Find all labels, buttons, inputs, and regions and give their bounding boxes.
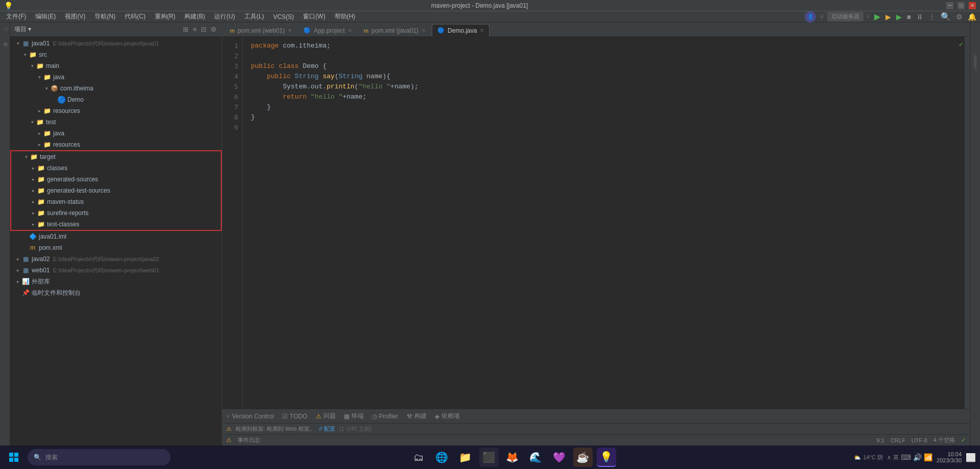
taskbar-app-firefox[interactable]: 🦊 bbox=[503, 448, 522, 467]
expand-arrow-maven-status[interactable]: ▸ bbox=[30, 198, 37, 205]
tree-item-com-itheima[interactable]: ▾ 📦 com.itheima bbox=[10, 83, 222, 94]
taskbar-app-java[interactable]: ☕ bbox=[573, 448, 593, 467]
panel-icon-collapse[interactable]: ⊟ bbox=[200, 25, 207, 34]
bottom-todo[interactable]: ☑ TODO bbox=[282, 413, 307, 420]
tree-item-java02[interactable]: ▸ ▦ java02 E:\IdeaProjects\代码\maven-proj… bbox=[10, 253, 222, 265]
tray-up-arrow[interactable]: ∧ bbox=[887, 454, 891, 461]
run-button[interactable]: ▶ bbox=[873, 10, 882, 23]
expand-arrow-web01[interactable]: ▸ bbox=[14, 267, 21, 274]
panel-icon-settings[interactable]: ⚙ bbox=[209, 25, 218, 34]
bottom-profiler[interactable]: ◷ Profiler bbox=[372, 413, 399, 420]
tree-item-java01-iml[interactable]: ▸ 🔷 java01.iml bbox=[10, 231, 222, 242]
menu-view[interactable]: 视图(V) bbox=[61, 11, 89, 22]
maximize-button[interactable]: □ bbox=[958, 2, 965, 9]
expand-arrow-resources-main[interactable]: ▸ bbox=[36, 107, 43, 114]
tray-lang[interactable]: 英 bbox=[893, 454, 899, 461]
stop-icon[interactable]: ■ bbox=[905, 11, 913, 22]
indent-spaces[interactable]: 4 个空格 bbox=[934, 436, 955, 444]
expand-arrow-classes[interactable]: ▸ bbox=[30, 165, 37, 172]
run-debug-icon[interactable]: ▶ bbox=[884, 11, 893, 22]
menu-tools[interactable]: 工具(L) bbox=[240, 11, 268, 22]
pause-icon[interactable]: ⏸ bbox=[915, 11, 925, 22]
expand-arrow-surefire-reports[interactable]: ▸ bbox=[30, 209, 37, 217]
tree-item-classes[interactable]: ▸ 📁 classes bbox=[11, 162, 221, 174]
event-log-icon[interactable]: ⚠ bbox=[226, 437, 231, 443]
notifications-icon[interactable]: 🔔 bbox=[966, 11, 978, 22]
tab-demo-java[interactable]: 🔵 Demo.java ✕ bbox=[432, 24, 489, 36]
tab-close-demo[interactable]: ✕ bbox=[480, 28, 484, 33]
search-everywhere-icon[interactable]: 🔍 bbox=[939, 10, 952, 23]
taskbar-app-terminal[interactable]: ⬛ bbox=[479, 448, 499, 467]
menu-refactor[interactable]: 重构(R) bbox=[151, 11, 180, 22]
close-button[interactable]: ✕ bbox=[969, 2, 976, 9]
notif-configure-link[interactable]: // 配置 bbox=[319, 425, 335, 433]
event-log-label[interactable]: 事件日志 bbox=[238, 436, 260, 444]
taskbar-app-explorer[interactable]: 📁 bbox=[456, 448, 475, 467]
expand-arrow-generated-test-sources[interactable]: ▸ bbox=[30, 187, 37, 194]
expand-arrow-com-itheima[interactable]: ▾ bbox=[43, 85, 50, 92]
menu-navigate[interactable]: 导航(N) bbox=[90, 11, 120, 22]
expand-arrow-test[interactable]: ▾ bbox=[29, 119, 36, 126]
tab-app-project[interactable]: 🔵 App.project ✕ bbox=[298, 24, 358, 36]
menu-vcs[interactable]: VCS(S) bbox=[269, 12, 298, 21]
tab-pom-web01[interactable]: m pom.xml (web01) ✕ bbox=[224, 24, 297, 36]
tray-volume[interactable]: 🔊 bbox=[913, 453, 922, 461]
taskbar-app-browser1[interactable]: 🌐 bbox=[432, 448, 452, 467]
tree-item-web01[interactable]: ▸ ▦ web01 E:\IdeaProjects\代码\maven-proje… bbox=[10, 265, 222, 276]
menu-run[interactable]: 运行(U) bbox=[210, 11, 239, 22]
menu-help[interactable]: 帮助(H) bbox=[331, 11, 360, 22]
expand-arrow-external-libs[interactable]: ▸ bbox=[14, 278, 21, 285]
expand-arrow-target[interactable]: ▾ bbox=[22, 153, 30, 160]
taskbar-app-vscode[interactable]: 💜 bbox=[550, 448, 569, 467]
bottom-terminal[interactable]: ▦ 终端 bbox=[344, 412, 364, 420]
expand-arrow-java02[interactable]: ▸ bbox=[14, 255, 21, 263]
left-strip-icon-1[interactable]: ◁ bbox=[1, 25, 9, 33]
minimize-button[interactable]: ─ bbox=[946, 2, 953, 9]
expand-arrow-java[interactable]: ▾ bbox=[36, 74, 43, 81]
encoding[interactable]: UTF-8 bbox=[912, 437, 927, 443]
taskbar-app-intellij[interactable]: 💡 bbox=[597, 448, 616, 467]
expand-arrow-java-test[interactable]: ▸ bbox=[36, 130, 43, 137]
bottom-build[interactable]: ⚒ 构建 bbox=[407, 412, 427, 420]
tab-pom-java01[interactable]: m pom.xml (java01) ✕ bbox=[358, 24, 431, 36]
menu-build[interactable]: 构建(B) bbox=[180, 11, 209, 22]
cursor-position[interactable]: 9:1 bbox=[877, 437, 884, 443]
tree-item-generated-sources[interactable]: ▸ 📁 generated-sources bbox=[11, 174, 221, 185]
expand-arrow-java01[interactable]: ▾ bbox=[14, 40, 21, 47]
taskbar-app-edge[interactable]: 🌊 bbox=[526, 448, 546, 467]
tree-item-main[interactable]: ▾ 📁 main bbox=[10, 60, 222, 72]
tree-item-pom-xml[interactable]: ▸ m pom.xml bbox=[10, 242, 222, 253]
expand-arrow-src[interactable]: ▾ bbox=[21, 51, 29, 58]
start-button[interactable] bbox=[4, 448, 24, 467]
menu-file[interactable]: 文件(F) bbox=[2, 11, 30, 22]
tab-close-pom-java01[interactable]: ✕ bbox=[422, 28, 426, 33]
bottom-version-control[interactable]: ⑂ Version Control bbox=[226, 413, 274, 420]
tree-item-maven-status[interactable]: ▸ 📁 maven-status bbox=[11, 196, 221, 207]
editor-content[interactable]: 1 2 3 4 5 6 7 8 9 package com.itheima; p… bbox=[222, 37, 970, 409]
menu-window[interactable]: 窗口(W) bbox=[299, 11, 329, 22]
show-desktop-button[interactable]: ⬜ bbox=[966, 453, 976, 462]
coverage-icon[interactable]: ▶ bbox=[895, 11, 903, 22]
bottom-dependencies[interactable]: ◈ 依赖项 bbox=[435, 412, 460, 420]
tab-close-app[interactable]: ✕ bbox=[348, 28, 352, 33]
menu-edit[interactable]: 编辑(E) bbox=[31, 11, 60, 22]
tree-item-test[interactable]: ▾ 📁 test bbox=[10, 116, 222, 128]
tree-item-java-test[interactable]: ▸ 📁 java bbox=[10, 128, 222, 139]
tree-item-resources-main[interactable]: ▸ 📁 resources bbox=[10, 105, 222, 116]
tree-item-java[interactable]: ▾ 📁 java bbox=[10, 72, 222, 83]
menu-code[interactable]: 代码(C) bbox=[121, 11, 150, 22]
panel-icon-layout[interactable]: ⊞ bbox=[182, 25, 190, 34]
taskbar-app-files[interactable]: 🗂 bbox=[409, 448, 428, 467]
run-server-button[interactable]: 启动服务器 bbox=[827, 12, 864, 21]
vcs-icon[interactable]: ⑂ bbox=[818, 11, 825, 22]
settings-icon[interactable]: ⚙ bbox=[954, 11, 964, 22]
more-run-icon[interactable]: ⋮ bbox=[927, 11, 937, 22]
tree-item-target[interactable]: ▾ 📁 target bbox=[11, 151, 221, 162]
tree-item-external-libs[interactable]: ▸ 📊 外部库 bbox=[10, 276, 222, 287]
code-editor[interactable]: package com.itheima; public class Demo {… bbox=[243, 37, 958, 409]
tree-item-src[interactable]: ▾ 📁 src bbox=[10, 49, 222, 60]
user-avatar[interactable]: 👤 bbox=[805, 11, 816, 22]
expand-arrow-generated-sources[interactable]: ▸ bbox=[30, 176, 37, 183]
taskbar-search[interactable]: 🔍 搜索 bbox=[28, 449, 171, 465]
editor-scrollbar[interactable] bbox=[965, 37, 970, 409]
